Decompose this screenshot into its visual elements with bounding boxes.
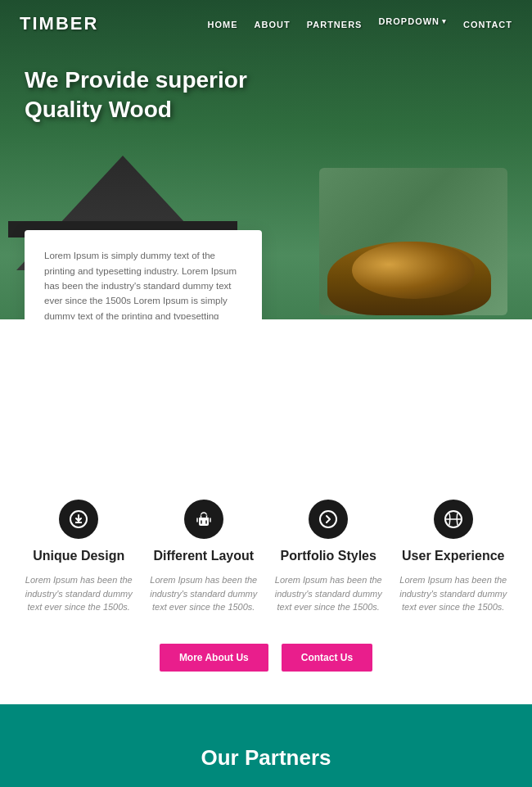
nav-contact[interactable]: CONTACT [463,20,512,29]
more-about-us-button[interactable]: More About Us [160,644,268,672]
feature-desc-1: Lorem Ipsum has been the industry's stan… [150,573,259,614]
logs-container [319,168,507,315]
arrow-right-circle-icon [309,500,348,539]
partners-title: Our Partners [33,745,499,771]
feature-portfolio-styles: Portfolio Styles Lorem Ipsum has been th… [274,500,383,614]
features-section: Unique Design Lorem Ipsum has been the i… [0,459,532,704]
hero-section: TIMBER HOME ABOUT PARTNERS DROPDOWN CONT… [0,0,532,319]
svg-point-3 [205,514,207,516]
info-card-body: Lorem Ipsum is simply dummy text of the … [44,248,242,319]
download-circle-icon [59,500,98,539]
feature-title-3: User Experience [402,549,504,563]
log-2 [352,242,475,299]
svg-point-2 [201,514,202,516]
feature-user-experience: User Experience Lorem Ipsum has been the… [399,500,508,614]
feature-desc-3: Lorem Ipsum has been the industry's stan… [399,573,508,614]
info-card: Lorem Ipsum is simply dummy text of the … [25,230,262,319]
features-grid: Unique Design Lorem Ipsum has been the i… [25,500,507,614]
android-icon [184,500,223,539]
feature-unique-design: Unique Design Lorem Ipsum has been the i… [25,500,133,614]
feature-title-0: Unique Design [33,549,124,563]
partners-section: Our Partners Lorem Ipsum SHIFT VAPE — NY… [0,704,532,788]
features-buttons: More About Us Contact Us [25,644,507,672]
nav-links: HOME ABOUT PARTNERS DROPDOWN CONTACT [208,16,512,31]
contact-us-button[interactable]: Contact Us [282,644,372,672]
svg-point-8 [320,511,336,527]
hero-headline-line2: Quality Wood [25,95,247,124]
logo[interactable]: TIMBER [20,13,98,34]
feature-title-2: Portfolio Styles [281,549,376,563]
baseball-icon [434,500,473,539]
nav-home[interactable]: HOME [208,20,238,29]
nav-partners[interactable]: PARTNERS [307,20,363,29]
feature-desc-2: Lorem Ipsum has been the industry's stan… [274,573,383,614]
navigation: TIMBER HOME ABOUT PARTNERS DROPDOWN CONT… [0,0,532,47]
feature-different-layout: Different Layout Lorem Ipsum has been th… [150,500,259,614]
nav-about[interactable]: ABOUT [255,20,291,29]
nav-dropdown[interactable]: DROPDOWN [378,16,447,26]
feature-title-1: Different Layout [153,549,254,563]
hero-headline: We Provide superior Quality Wood [25,66,247,125]
feature-desc-0: Lorem Ipsum has been the industry's stan… [25,573,133,614]
hero-headline-line1: We Provide superior [25,66,247,95]
